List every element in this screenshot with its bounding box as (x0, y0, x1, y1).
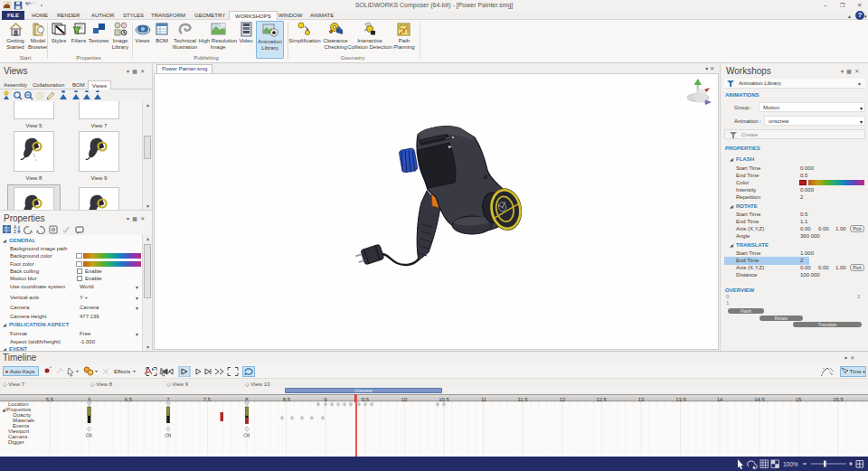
svg-text:Z: Z (14, 229, 16, 234)
svg-text:100%: 100% (783, 461, 798, 467)
svg-text:Effects: Effects (114, 369, 130, 374)
